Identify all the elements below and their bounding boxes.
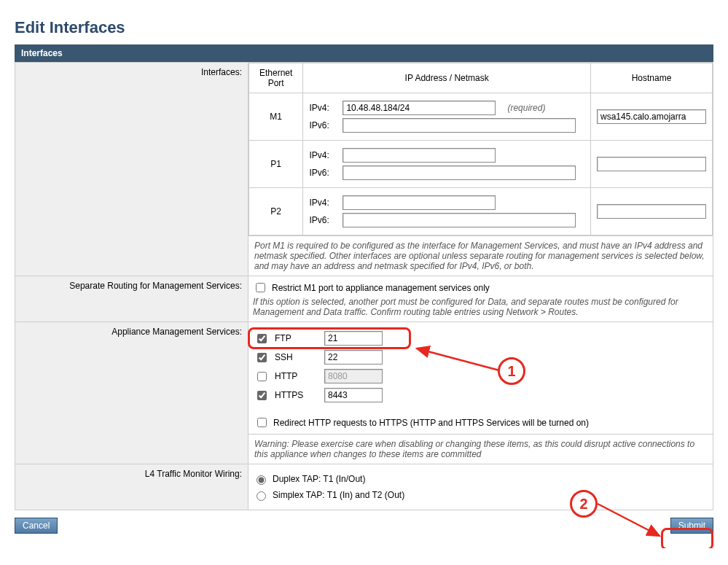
service-port-input-https[interactable] <box>324 388 383 402</box>
service-row-https: HTTPS <box>254 388 707 402</box>
ipv4-input-m1[interactable] <box>343 101 496 115</box>
services-warning: Warning: Please exercise care when disab… <box>248 434 713 464</box>
service-checkbox-https[interactable] <box>257 391 267 400</box>
hostname-input-p1[interactable] <box>597 157 706 171</box>
restrict-m1-checkbox[interactable] <box>256 283 265 292</box>
port-label: P1 <box>249 141 303 188</box>
service-port-input-ssh[interactable] <box>324 350 383 365</box>
service-label: HTTP <box>275 371 318 381</box>
port-label: M1 <box>249 93 303 141</box>
restrict-m1-label: Restrict M1 port to appliance management… <box>272 283 490 293</box>
service-row-ftp: FTP <box>254 331 707 346</box>
ipv4-label: IPv4: <box>309 103 338 113</box>
service-label: HTTPS <box>275 390 318 400</box>
port-label: P2 <box>249 188 303 235</box>
service-checkbox-ssh[interactable] <box>257 353 267 362</box>
ipv4-input-p1[interactable] <box>343 148 496 163</box>
col-header-host: Hostname <box>591 63 713 93</box>
redirect-http-label: Redirect HTTP requests to HTTPS (HTTP an… <box>273 418 589 428</box>
ipv6-input-p1[interactable] <box>343 165 576 180</box>
ipv6-input-m1[interactable] <box>343 118 576 133</box>
submit-button[interactable]: Submit <box>670 518 713 534</box>
service-port-input-ftp[interactable] <box>324 331 383 346</box>
ipv4-label: IPv4: <box>309 198 338 208</box>
l4-radio-label: Duplex TAP: T1 (In/Out) <box>273 474 365 484</box>
row-label-interfaces: Interfaces: <box>15 63 248 276</box>
interface-row-p1: P1IPv4:IPv6: <box>249 141 713 188</box>
col-header-ip: IP Address / Netmask <box>303 63 591 93</box>
ipv4-input-p2[interactable] <box>343 195 496 210</box>
row-label-l4: L4 Traffic Monitor Wiring: <box>15 464 248 510</box>
cancel-button[interactable]: Cancel <box>15 518 58 534</box>
l4-radio-1[interactable] <box>257 491 266 501</box>
col-header-port: Ethernet Port <box>249 63 303 93</box>
routing-note: If this option is selected, another port… <box>253 297 708 317</box>
interface-row-p2: P2IPv4:IPv6: <box>249 188 713 235</box>
service-row-http: HTTP <box>254 369 707 383</box>
row-label-services: Appliance Management Services: <box>15 322 248 464</box>
service-checkbox-ftp[interactable] <box>257 334 267 343</box>
required-note: (required) <box>507 103 545 113</box>
ipv6-label: IPv6: <box>309 120 338 130</box>
ipv6-label: IPv6: <box>309 215 338 225</box>
interfaces-footnote: Port M1 is required to be configured as … <box>248 235 713 276</box>
hostname-input-m1[interactable] <box>597 109 706 124</box>
service-label: SSH <box>275 352 318 362</box>
service-row-ssh: SSH <box>254 350 707 365</box>
section-header-interfaces: Interfaces <box>15 44 713 62</box>
service-checkbox-http[interactable] <box>257 372 267 381</box>
ipv4-label: IPv4: <box>309 150 338 160</box>
row-label-routing: Separate Routing for Management Services… <box>15 276 248 322</box>
l4-radio-label: Simplex TAP: T1 (In) and T2 (Out) <box>273 490 404 500</box>
ipv6-label: IPv6: <box>309 168 338 178</box>
interface-row-m1: M1IPv4:(required)IPv6: <box>249 93 713 141</box>
ipv6-input-p2[interactable] <box>343 213 576 227</box>
service-port-input-http <box>324 369 383 383</box>
redirect-http-checkbox[interactable] <box>257 418 267 427</box>
service-label: FTP <box>275 333 318 343</box>
l4-radio-0[interactable] <box>257 475 266 485</box>
interfaces-config-table: Interfaces: Ethernet Port IP Address / N… <box>15 62 713 510</box>
hostname-input-p2[interactable] <box>597 204 706 219</box>
page-title: Edit Interfaces <box>15 18 713 37</box>
interfaces-inner-table: Ethernet Port IP Address / Netmask Hostn… <box>248 63 713 235</box>
